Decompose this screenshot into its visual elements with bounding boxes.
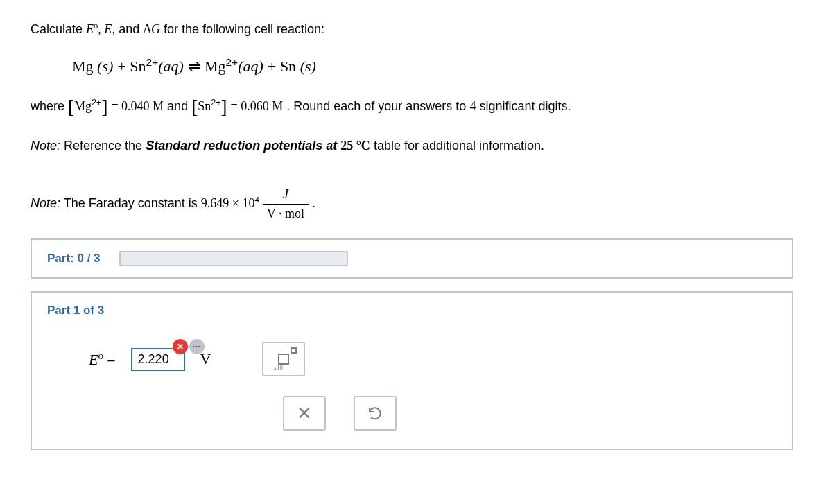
close-icon: ✕ [177,342,184,351]
progress-bar [119,251,348,266]
intro-suffix: for the following cell reaction: [164,22,324,36]
note-reference: Note: Reference the Standard reduction p… [31,137,801,155]
reaction-equation: Mg (s) + Sn2+(aq) ⇌ Mg2+(aq) + Sn (s) [72,54,801,78]
more-options-button[interactable]: ••• [189,339,205,354]
intro-prefix: Calculate [31,22,86,36]
close-icon: ✕ [297,403,312,424]
intro-line: Calculate Eo, E, and ΔG for the followin… [31,19,801,39]
answer-input-wrapper: ✕ ••• [131,348,185,371]
undo-button[interactable] [354,396,397,431]
part1-title: Part 1 of 3 [47,304,777,318]
x10-label: x10 [273,364,283,371]
progress-panel: Part: 0 / 3 [31,238,793,279]
sym-E: E [104,22,112,36]
equilibrium-arrow-icon: ⇌ [188,58,200,75]
part1-panel: Part 1 of 3 Eo = ✕ ••• V x10 [31,291,793,450]
square-icon [278,354,289,365]
cancel-button[interactable]: ✕ [283,396,326,431]
clear-input-button[interactable]: ✕ [173,339,188,354]
sym-E0: Eo [86,22,98,36]
undo-icon [367,405,383,422]
where-line: where [Mg2+] = 0.040 M and [Sn2+] = 0.06… [31,93,801,121]
scientific-notation-button[interactable]: x10 [262,342,305,376]
ellipsis-icon: ••• [193,343,200,349]
sym-dG: Δ [143,22,151,36]
progress-label: Part: 0 / 3 [47,252,101,265]
answer-lhs: Eo = [89,349,116,369]
square-icon [291,347,297,354]
note-faraday: Note: The Faraday constant is 9.649 × 10… [31,185,801,223]
